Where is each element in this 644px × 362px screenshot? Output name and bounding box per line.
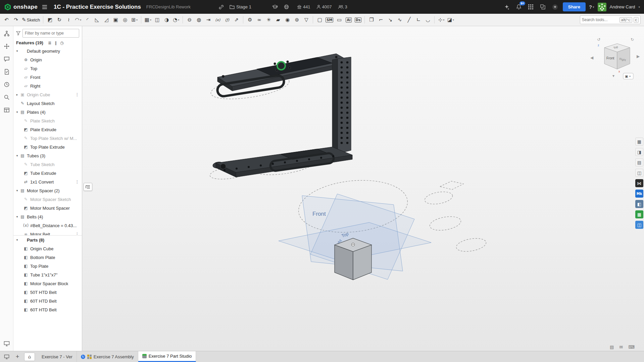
notifications-icon[interactable]: 9+ [514,3,523,11]
hole-table-icon[interactable]: ▦ [635,138,643,146]
linear-pattern-icon[interactable]: ▦ ▾ [143,15,152,25]
layout-panel-icon[interactable]: ◧ [635,200,643,208]
pulley-icon[interactable]: ⊚ ▾ [292,15,301,25]
section-view-icon[interactable]: ◪ ▾ [446,15,455,25]
row-menu-icon[interactable]: ⋮ [75,92,82,97]
feature-row[interactable]: ✎ Plate Sketch ⋮ [13,116,82,125]
comments-icon[interactable] [3,55,11,63]
rotate-down-arrow-icon[interactable]: ▾ [612,73,614,78]
pause-regeneration-icon[interactable]: ∥ [55,41,57,45]
analysis-icon[interactable]: ╱ ▾ [404,15,413,25]
feature-row[interactable]: ▱ Top ⋮ [13,64,82,73]
chevron-down-icon[interactable]: ▾ [638,5,640,9]
bom-panel-icon[interactable]: ▤ [635,158,643,166]
roll-cw-icon[interactable]: ↻ [631,37,634,42]
home-tab-button[interactable]: ⌂ [24,353,35,361]
feature-script-icon[interactable]: (ƒ) ▾ [222,15,232,25]
row-menu-icon[interactable]: ⋮ [75,232,82,235]
copy-link-icon[interactable] [217,3,226,11]
part-row[interactable]: ◧ Motor Spacer Block [13,279,82,288]
tolerance-panel-icon[interactable]: ◫ [635,169,643,177]
rollback-history-icon[interactable]: ◷ [60,41,63,45]
hole-callout-icon[interactable]: ⌐ ▾ [376,15,385,25]
variable-icon[interactable]: (x) ▾ [213,15,222,25]
feature-filter-input[interactable] [22,29,79,38]
plate-icon[interactable]: ▰ ▾ [274,15,283,25]
undo-icon[interactable]: ↶ ▾ [2,15,11,25]
drawing-standard-icon[interactable]: Ds ▾ [353,15,362,25]
feature-row[interactable]: ▱ Right ⋮ [13,82,82,90]
origin-cube-part[interactable] [335,238,371,280]
feature-row[interactable]: ▾ Default geometry ⋮ [13,47,82,55]
share-button[interactable]: Share [563,2,586,11]
chevron-down[interactable]: ▾ [15,110,19,114]
chevron-down[interactable]: ▾ [15,189,19,192]
loft-icon[interactable]: ◠ ▾ [73,15,83,25]
part-row[interactable]: ◧ Origin Cube [13,244,82,253]
insert-feature-icon[interactable]: ≣ [48,41,51,45]
spline-icon[interactable]: ∿ ▾ [395,15,404,25]
shell-icon[interactable]: ▣ ▾ [111,15,120,25]
hole-icon[interactable]: ◎ ▾ [120,15,130,25]
extrude-icon[interactable]: ◩ ▾ [45,15,54,25]
boolean-icon[interactable]: ◑ ▾ [162,15,171,25]
sweep-icon[interactable]: ≀ ▾ [64,15,73,25]
belt-icon[interactable]: ∞ ▾ [255,15,264,25]
feedback-icon[interactable]: ✉ [619,345,623,350]
feature-row[interactable]: ✎ Tube Sketch ⋮ [13,160,82,169]
filter-funnel-icon[interactable] [16,31,20,36]
parts-header-row[interactable]: ▾ Parts (8) [13,236,82,244]
draft-icon[interactable]: ◿ ▾ [102,15,111,25]
main-menu-icon[interactable] [40,3,49,11]
sketch-button[interactable]: ✎ Sketch ▾ [21,15,41,25]
named-views-icon[interactable]: ❐ ▾ [367,15,376,25]
help-menu[interactable]: ? ▾ [589,4,594,10]
part-row[interactable]: ◧ 60T HTD Belt [13,305,82,314]
follow-mode-icon[interactable] [3,340,11,348]
feature-row[interactable]: ∞ Motor Belt ⋮ [13,230,82,235]
part-row[interactable]: ◧ 60T HTD Belt [13,297,82,305]
feature-row[interactable]: ⇄ 1x1 Convert ⋮ [13,177,82,186]
split-icon[interactable]: ◔ ▾ [171,15,181,25]
mkcad-panel-icon[interactable]: Mk [635,190,643,198]
feature-row[interactable]: ◩ Plate Extrude ⋮ [13,125,82,134]
3d-viewport-canvas[interactable]: Front Top Right [82,26,644,351]
feature-row[interactable]: ✎ Top Plate Sketch w/ M... ⋮ [13,134,82,143]
chamfer-icon[interactable]: ◺ ▾ [92,15,101,25]
custom-tables-icon[interactable] [3,106,11,114]
document-tab[interactable]: Exercise 7 Part Studio [138,351,196,362]
arc-tool-icon[interactable]: ◡ ▾ [423,15,432,25]
revolve-icon[interactable]: ↻ ▾ [55,15,64,25]
feature-tree-toggle[interactable] [84,183,92,191]
shortcuts-icon[interactable]: ⌨ [628,345,635,350]
gear-icon[interactable]: ⚙ ▾ [245,15,254,25]
chevron-down-icon[interactable]: ▾ [15,238,19,242]
feature-row[interactable]: ◩ Top Plate Extrude ⋮ [13,143,82,151]
feature-row[interactable]: ◩ Motor Mount Spacer ⋮ [13,204,82,212]
redo-icon[interactable]: ↷ ▾ [11,15,20,25]
feature-row[interactable]: ▱ Front ⋮ [13,73,82,82]
enclose-icon[interactable]: ▢ ▾ [315,15,324,25]
part-row[interactable]: ◧ Bottom Plate [13,253,82,262]
chevron-down[interactable]: ▾ [15,49,19,53]
roll-ccw-icon[interactable]: ↺ [597,37,600,42]
fill-icon[interactable]: ◍ ▾ [194,15,203,25]
history-icon[interactable] [3,81,11,89]
bearing-icon[interactable]: ◉ ▾ [283,15,292,25]
rotate-right-arrow-icon[interactable]: ▶ [637,54,640,59]
flatten-icon[interactable]: ▭ ▾ [335,15,344,25]
feature-row[interactable]: (x) #Belt_Distance = 0.43... ⋮ [13,221,82,230]
workspace-selector[interactable]: Stage 1 [230,4,251,9]
search-tools-input[interactable] [582,17,618,22]
presentation-icon[interactable] [3,353,11,361]
chevron-down[interactable]: ▾ [15,154,19,157]
chevron-right[interactable]: ▸ [15,93,19,96]
transform-icon[interactable]: ⇗ ▾ [232,15,241,25]
rotate-left-arrow-icon[interactable]: ◀ [590,55,594,60]
sheet-metal-icon[interactable]: SM ▾ [325,15,334,25]
versions-icon[interactable] [3,30,11,38]
user-name[interactable]: Andrew Card [610,4,635,9]
avatar[interactable] [598,3,606,11]
feature-row[interactable]: ◩ Tube Extrude ⋮ [13,169,82,177]
part-row[interactable]: ◧ Tube 1"x1"x7" [13,270,82,279]
